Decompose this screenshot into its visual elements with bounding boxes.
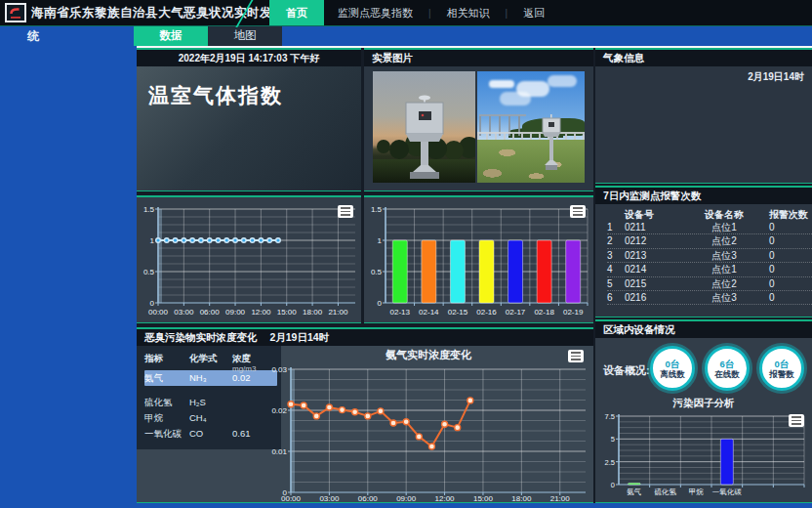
svg-text:03:00: 03:00	[319, 494, 340, 503]
alarm-table-row: 60216点位30	[607, 291, 812, 305]
svg-text:7.5: 7.5	[605, 412, 615, 421]
tab-1[interactable]: 地图	[208, 25, 282, 46]
stat-circle: 0台报警数	[759, 346, 804, 391]
dashboard-content: 2022年2月19日 14:17:03 下午好 温室气体指数 实景图片	[137, 48, 812, 503]
pollutant-panel-date: 2月19日14时	[269, 331, 329, 343]
chart-toolbox-icon[interactable]	[570, 205, 586, 218]
daily-bar-chart-panel: 00.511.502-1302-1402-1502-1602-1702-1802…	[364, 195, 593, 323]
devices-panel: 区域内设备情况 设备概况: 0台离线数6台在线数0台报警数 污染因子分析 02.…	[595, 319, 812, 503]
alarm-table-row: 20212点位20	[607, 234, 812, 248]
svg-text:02-13: 02-13	[390, 308, 411, 317]
nav-item-3[interactable]: 返回	[509, 0, 558, 25]
main-nav: 首页监测点恶臭指数|相关知识|返回	[269, 0, 558, 25]
photo-clouds	[489, 80, 514, 88]
svg-text:0.5: 0.5	[371, 268, 383, 276]
photos-panel-title: 实景图片	[364, 50, 593, 66]
nav-item-0[interactable]: 首页	[269, 0, 324, 25]
svg-text:02-17: 02-17	[506, 308, 526, 317]
svg-text:硫化氢: 硫化氢	[654, 487, 676, 496]
pollutant-panel-title: 恶臭污染物实时浓度变化	[144, 331, 258, 343]
svg-text:0.03: 0.03	[271, 365, 287, 374]
photo-trees	[377, 140, 390, 153]
pollutant-table-header: 指标 化学式 浓度mg/m3	[144, 351, 281, 370]
ammonia-chart[interactable]: 00.010.020.0300:0003:0006:0009:0012:0015…	[265, 358, 591, 503]
svg-text:06:00: 06:00	[200, 308, 221, 317]
chart-toolbox-icon[interactable]	[338, 205, 353, 218]
devices-panel-title: 区域内设备情况	[595, 321, 812, 338]
station-photo-field	[477, 71, 585, 183]
factor-chart[interactable]: 02.557.5氨气硫化氢甲烷一氧化碳	[597, 410, 810, 502]
index-trend-chart[interactable]: 00.511.500:0003:0006:0009:0012:0015:0018…	[139, 201, 361, 323]
app-logo-icon	[5, 3, 26, 22]
svg-text:02-19: 02-19	[563, 308, 584, 317]
photo-ground	[477, 140, 585, 183]
svg-text:0: 0	[378, 299, 383, 308]
pollutant-row[interactable]: 硫化氢H₂S	[144, 395, 281, 410]
svg-text:1: 1	[150, 236, 155, 245]
svg-text:0: 0	[611, 481, 615, 489]
svg-text:甲烷: 甲烷	[689, 487, 705, 496]
svg-text:09:00: 09:00	[225, 308, 246, 317]
svg-text:15:00: 15:00	[277, 308, 298, 317]
col-device: 设备号	[625, 208, 679, 221]
svg-text:00:00: 00:00	[148, 308, 169, 317]
svg-text:2.5: 2.5	[605, 458, 615, 467]
svg-text:02-14: 02-14	[419, 308, 439, 317]
col-count: 报警次数	[769, 208, 812, 221]
device-stats: 0台离线数6台在线数0台报警数	[650, 346, 804, 391]
daily-bar-chart[interactable]: 00.511.502-1302-1402-1502-1602-1702-1802…	[366, 201, 593, 323]
weather-panel-title: 气象信息	[595, 50, 812, 66]
svg-text:0.5: 0.5	[143, 268, 155, 276]
svg-text:21:00: 21:00	[328, 308, 348, 317]
left-sidebar	[0, 48, 137, 508]
alarm-table-title: 7日内监测点报警次数	[595, 188, 812, 204]
pollutant-row[interactable]: 氨气NH₃0.02	[144, 370, 277, 386]
nav-item-2[interactable]: 相关知识	[433, 0, 504, 25]
greenhouse-panel: 2022年2月19日 14:17:03 下午好 温室气体指数	[137, 48, 361, 191]
svg-text:06:00: 06:00	[358, 494, 379, 503]
alarm-table-panel: 7日内监测点报警次数 设备号 设备名称 报警次数 10211点位1020212点…	[595, 186, 812, 318]
pollutant-row[interactable]: 一氧化碳CO0.61	[144, 426, 281, 442]
index-trend-chart-panel: 00.511.500:0003:0006:0009:0012:0015:0018…	[137, 195, 361, 323]
tab-underline	[137, 46, 812, 48]
monitoring-station-icon	[538, 114, 565, 171]
svg-text:03:00: 03:00	[174, 308, 194, 317]
svg-text:15:00: 15:00	[473, 494, 494, 503]
col-name: 设备名称	[679, 208, 769, 221]
svg-text:一氧化碳: 一氧化碳	[712, 487, 743, 496]
tab-0[interactable]: 数据	[134, 25, 208, 46]
subbar: 统 数据地图	[0, 25, 812, 48]
app-title-overflow: 统	[27, 28, 39, 45]
svg-text:09:00: 09:00	[396, 494, 417, 503]
svg-text:12:00: 12:00	[251, 308, 271, 317]
svg-text:21:00: 21:00	[550, 494, 571, 503]
datetime-bar: 2022年2月19日 14:17:03 下午好	[137, 50, 361, 66]
topbar: 海南省乐东黎族自治县大气恶臭状况实时发布系 首页监测点恶臭指数|相关知识|返回	[0, 0, 812, 26]
svg-text:1: 1	[378, 236, 383, 245]
svg-text:0: 0	[150, 299, 155, 308]
nav-item-1[interactable]: 监测点恶臭指数	[324, 0, 426, 25]
alarm-table-row: 50215点位20	[607, 277, 812, 291]
weather-date: 2月19日14时	[748, 70, 804, 84]
chart-toolbox-icon[interactable]	[568, 350, 584, 362]
svg-text:0.02: 0.02	[271, 406, 287, 415]
station-photo-dusk	[373, 71, 475, 183]
monitoring-station-icon	[399, 95, 450, 179]
svg-text:0.01: 0.01	[271, 447, 287, 456]
alarm-table-header: 设备号 设备名称 报警次数	[607, 208, 812, 221]
factor-chart-title: 污染因子分析	[595, 397, 812, 410]
svg-text:5: 5	[611, 435, 615, 444]
pollutant-row[interactable]: 甲烷CH₄	[144, 410, 281, 426]
svg-text:18:00: 18:00	[511, 494, 532, 503]
nav-separator: |	[426, 8, 433, 19]
view-tabs: 数据地图	[134, 25, 282, 46]
stat-circle: 6台在线数	[705, 346, 750, 391]
device-overview-label: 设备概况:	[603, 363, 650, 378]
chart-toolbox-icon[interactable]	[789, 414, 804, 427]
stat-circle: 0台离线数	[650, 346, 695, 391]
svg-text:02-18: 02-18	[534, 308, 554, 317]
pollutant-panel: 恶臭污染物实时浓度变化 2月19日14时 指标 化学式 浓度mg/m3 氨气NH…	[137, 327, 593, 503]
svg-text:00:00: 00:00	[281, 494, 302, 503]
app-title: 海南省乐东黎族自治县大气恶臭状况实时发布系	[31, 0, 298, 25]
photos-panel: 实景图片	[364, 48, 593, 191]
